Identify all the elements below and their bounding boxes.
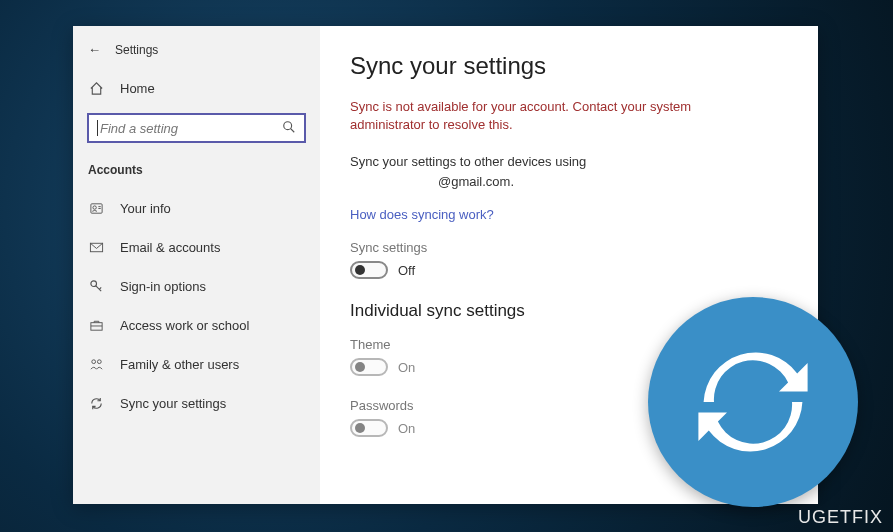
sync-description: Sync your settings to other devices usin… <box>350 152 788 191</box>
page-title: Sync your settings <box>350 52 788 80</box>
sync-desc-line1: Sync your settings to other devices usin… <box>350 154 586 169</box>
toggle-knob <box>355 362 365 372</box>
help-link[interactable]: How does syncing work? <box>350 207 788 222</box>
user-icon <box>88 201 104 216</box>
back-arrow-icon[interactable]: ← <box>88 42 101 57</box>
search-cursor <box>97 120 98 136</box>
sidebar-item-label: Sync your settings <box>120 396 226 411</box>
back-label: Settings <box>115 43 158 57</box>
nav-list: Your info Email & accounts Sign-in optio… <box>73 189 320 423</box>
sidebar-item-label: Access work or school <box>120 318 249 333</box>
sidebar-item-sync[interactable]: Sync your settings <box>73 384 320 423</box>
sidebar-item-email[interactable]: Email & accounts <box>73 228 320 267</box>
mail-icon <box>88 240 104 255</box>
sync-settings-toggle-row: Off <box>350 261 788 279</box>
sidebar: ← Settings Home Accounts <box>73 26 320 504</box>
sidebar-item-family[interactable]: Family & other users <box>73 345 320 384</box>
theme-toggle[interactable] <box>350 358 388 376</box>
svg-point-13 <box>97 360 101 364</box>
svg-point-0 <box>284 121 292 129</box>
sync-settings-state: Off <box>398 263 415 278</box>
svg-line-1 <box>291 128 295 132</box>
family-icon <box>88 357 104 372</box>
svg-point-3 <box>92 206 95 209</box>
home-button[interactable]: Home <box>73 69 320 108</box>
passwords-state: On <box>398 421 415 436</box>
sidebar-section-header: Accounts <box>73 153 320 189</box>
sync-badge-icon <box>648 297 858 507</box>
sync-icon <box>88 396 104 411</box>
sidebar-item-work[interactable]: Access work or school <box>73 306 320 345</box>
watermark: UGETFIX <box>798 507 883 528</box>
sidebar-header: ← Settings Home Accounts <box>73 26 320 189</box>
back-row[interactable]: ← Settings <box>73 38 320 69</box>
sidebar-item-label: Family & other users <box>120 357 239 372</box>
sync-settings-toggle[interactable] <box>350 261 388 279</box>
toggle-knob <box>355 423 365 433</box>
theme-state: On <box>398 360 415 375</box>
home-label: Home <box>120 81 155 96</box>
search-icon <box>282 120 296 137</box>
sidebar-item-your-info[interactable]: Your info <box>73 189 320 228</box>
svg-point-12 <box>91 360 95 364</box>
home-icon <box>88 81 104 96</box>
sync-desc-line2: @gmail.com. <box>438 174 514 189</box>
search-box[interactable] <box>87 113 306 143</box>
svg-line-9 <box>99 287 101 289</box>
search-input[interactable] <box>100 121 282 136</box>
sync-settings-group: Sync settings Off <box>350 240 788 279</box>
passwords-toggle[interactable] <box>350 419 388 437</box>
toggle-knob <box>355 265 365 275</box>
briefcase-icon <box>88 318 104 333</box>
error-message: Sync is not available for your account. … <box>350 98 730 134</box>
sidebar-item-label: Sign-in options <box>120 279 206 294</box>
sidebar-item-label: Email & accounts <box>120 240 220 255</box>
sidebar-item-signin[interactable]: Sign-in options <box>73 267 320 306</box>
sidebar-item-label: Your info <box>120 201 171 216</box>
sync-settings-label: Sync settings <box>350 240 788 255</box>
key-icon <box>88 279 104 294</box>
